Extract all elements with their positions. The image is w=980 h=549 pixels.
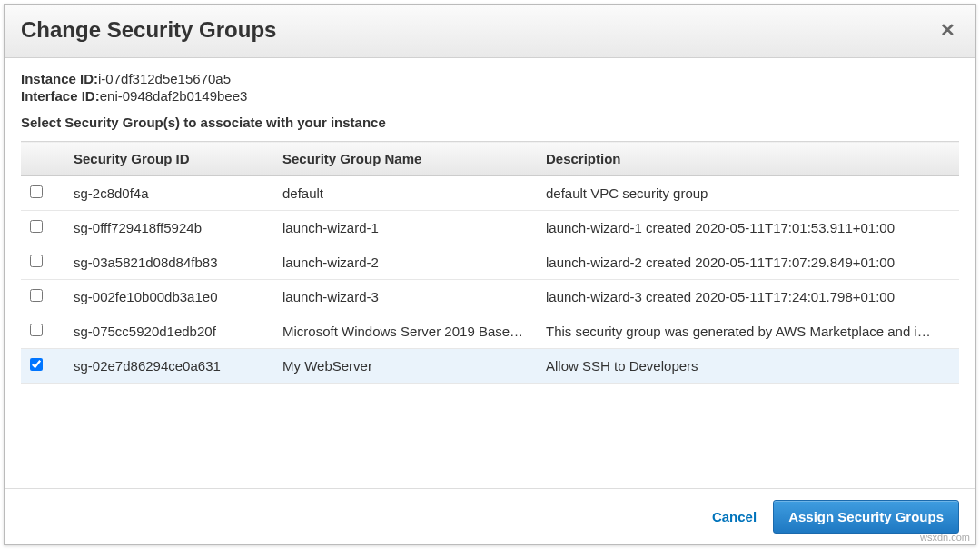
cell-sg-name: Microsoft Windows Server 2019 Base… <box>275 314 539 349</box>
cell-sg-desc: This security group was generated by AWS… <box>539 314 959 349</box>
instruction-text: Select Security Group(s) to associate wi… <box>21 115 959 130</box>
row-checkbox[interactable] <box>30 185 43 198</box>
cell-sg-desc: default VPC security group <box>539 176 959 211</box>
row-checkbox[interactable] <box>30 289 43 302</box>
row-checkbox[interactable] <box>30 220 43 233</box>
close-icon[interactable]: ✕ <box>936 19 959 41</box>
table-body: sg-2c8d0f4a default default VPC security… <box>21 176 959 384</box>
table-row[interactable]: sg-02e7d86294ce0a631 My WebServer Allow … <box>21 349 959 384</box>
table-row[interactable]: sg-075cc5920d1edb20f Microsoft Windows S… <box>21 314 959 349</box>
row-checkbox[interactable] <box>30 358 43 371</box>
col-header-name: Security Group Name <box>275 142 539 176</box>
security-groups-table: Security Group ID Security Group Name De… <box>21 141 959 384</box>
cell-sg-id: sg-0fff729418ff5924b <box>66 211 275 245</box>
assign-security-groups-button[interactable]: Assign Security Groups <box>773 500 959 534</box>
table-row[interactable]: sg-0fff729418ff5924b launch-wizard-1 lau… <box>21 211 959 245</box>
col-header-desc: Description <box>539 142 959 176</box>
table-row[interactable]: sg-03a5821d08d84fb83 launch-wizard-2 lau… <box>21 245 959 280</box>
cell-sg-id: sg-2c8d0f4a <box>66 176 275 211</box>
cancel-button[interactable]: Cancel <box>712 509 757 524</box>
cell-sg-name: launch-wizard-1 <box>275 211 539 245</box>
watermark: wsxdn.com <box>920 532 970 543</box>
dialog-body: Instance ID:i-07df312d5e15670a5 Interfac… <box>5 58 975 488</box>
dialog-title: Change Security Groups <box>21 17 276 43</box>
cell-sg-id: sg-075cc5920d1edb20f <box>66 314 275 349</box>
cell-sg-id: sg-02e7d86294ce0a631 <box>66 349 275 384</box>
cell-sg-name: launch-wizard-3 <box>275 280 539 314</box>
cell-sg-desc: launch-wizard-2 created 2020-05-11T17:07… <box>539 245 959 280</box>
col-header-id: Security Group ID <box>66 142 275 176</box>
interface-id-line: Interface ID:eni-0948daf2b0149bee3 <box>21 88 959 104</box>
interface-id-value: eni-0948daf2b0149bee3 <box>100 88 248 104</box>
row-checkbox[interactable] <box>30 255 43 267</box>
instance-id-label: Instance ID: <box>21 71 98 86</box>
col-header-checkbox <box>21 142 66 176</box>
cell-sg-desc: Allow SSH to Developers <box>539 349 959 384</box>
change-security-groups-dialog: Change Security Groups ✕ Instance ID:i-0… <box>4 4 976 545</box>
cell-sg-desc: launch-wizard-1 created 2020-05-11T17:01… <box>539 211 959 245</box>
cell-sg-name: default <box>275 176 539 211</box>
cell-sg-id: sg-03a5821d08d84fb83 <box>66 245 275 280</box>
table-row[interactable]: sg-002fe10b00db3a1e0 launch-wizard-3 lau… <box>21 280 959 314</box>
interface-id-label: Interface ID: <box>21 88 100 104</box>
row-checkbox[interactable] <box>30 324 43 336</box>
cell-sg-name: launch-wizard-2 <box>275 245 539 280</box>
table-header-row: Security Group ID Security Group Name De… <box>21 142 959 176</box>
cell-sg-desc: launch-wizard-3 created 2020-05-11T17:24… <box>539 280 959 314</box>
instance-id-line: Instance ID:i-07df312d5e15670a5 <box>21 71 959 86</box>
instance-id-value: i-07df312d5e15670a5 <box>98 71 231 86</box>
table-row[interactable]: sg-2c8d0f4a default default VPC security… <box>21 176 959 211</box>
dialog-header: Change Security Groups ✕ <box>5 5 975 58</box>
dialog-footer: Cancel Assign Security Groups <box>5 488 975 544</box>
cell-sg-name: My WebServer <box>275 349 539 384</box>
cell-sg-id: sg-002fe10b00db3a1e0 <box>66 280 275 314</box>
